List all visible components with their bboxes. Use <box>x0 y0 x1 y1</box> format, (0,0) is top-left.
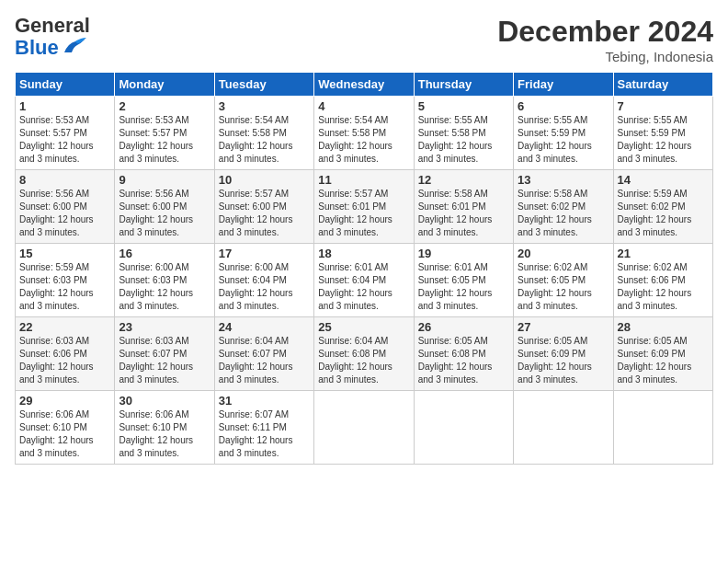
day-number: 8 <box>19 173 110 187</box>
day-number: 22 <box>19 320 110 334</box>
day-info: Sunrise: 5:57 AM Sunset: 6:01 PM Dayligh… <box>318 188 409 239</box>
calendar-body: 1Sunrise: 5:53 AM Sunset: 5:57 PM Daylig… <box>16 97 713 465</box>
day-info: Sunrise: 5:58 AM Sunset: 6:01 PM Dayligh… <box>418 188 509 239</box>
col-header-wednesday: Wednesday <box>314 73 414 97</box>
calendar-table: SundayMondayTuesdayWednesdayThursdayFrid… <box>15 72 713 465</box>
day-number: 4 <box>318 99 409 113</box>
day-cell: 17Sunrise: 6:00 AM Sunset: 6:04 PM Dayli… <box>214 244 313 317</box>
day-cell: 27Sunrise: 6:05 AM Sunset: 6:09 PM Dayli… <box>514 317 613 391</box>
day-cell: 4Sunrise: 5:54 AM Sunset: 5:58 PM Daylig… <box>314 97 414 170</box>
logo: General Blue <box>15 15 90 59</box>
day-info: Sunrise: 6:07 AM Sunset: 6:11 PM Dayligh… <box>219 408 310 460</box>
day-number: 6 <box>518 99 609 113</box>
day-info: Sunrise: 6:04 AM Sunset: 6:07 PM Dayligh… <box>219 335 310 386</box>
day-cell: 8Sunrise: 5:56 AM Sunset: 6:00 PM Daylig… <box>16 170 115 244</box>
day-number: 31 <box>219 394 310 408</box>
day-cell: 10Sunrise: 5:57 AM Sunset: 6:00 PM Dayli… <box>214 170 313 244</box>
day-number: 25 <box>318 320 409 334</box>
day-info: Sunrise: 5:59 AM Sunset: 6:02 PM Dayligh… <box>618 188 709 239</box>
title-area: December 2024 Tebing, Indonesia <box>497 15 713 64</box>
day-cell: 15Sunrise: 5:59 AM Sunset: 6:03 PM Dayli… <box>16 244 115 317</box>
day-cell <box>514 391 613 465</box>
day-cell: 31Sunrise: 6:07 AM Sunset: 6:11 PM Dayli… <box>214 391 313 465</box>
day-cell: 24Sunrise: 6:04 AM Sunset: 6:07 PM Dayli… <box>214 317 313 391</box>
day-number: 29 <box>19 394 110 408</box>
day-number: 1 <box>19 99 110 113</box>
day-number: 18 <box>318 247 409 260</box>
day-cell: 11Sunrise: 5:57 AM Sunset: 6:01 PM Dayli… <box>314 170 414 244</box>
day-cell: 26Sunrise: 6:05 AM Sunset: 6:08 PM Dayli… <box>414 317 513 391</box>
day-info: Sunrise: 5:57 AM Sunset: 6:00 PM Dayligh… <box>219 188 310 239</box>
col-header-monday: Monday <box>115 73 214 97</box>
day-info: Sunrise: 5:53 AM Sunset: 5:57 PM Dayligh… <box>19 114 110 166</box>
day-number: 9 <box>119 173 210 187</box>
day-info: Sunrise: 6:00 AM Sunset: 6:03 PM Dayligh… <box>119 261 210 313</box>
day-number: 2 <box>119 99 210 113</box>
day-info: Sunrise: 6:00 AM Sunset: 6:04 PM Dayligh… <box>219 261 310 313</box>
day-info: Sunrise: 5:53 AM Sunset: 5:57 PM Dayligh… <box>119 114 210 166</box>
day-number: 12 <box>418 173 509 187</box>
day-info: Sunrise: 5:55 AM Sunset: 5:58 PM Dayligh… <box>418 114 509 166</box>
header: General Blue December 2024 Tebing, Indon… <box>15 15 713 64</box>
header-row: SundayMondayTuesdayWednesdayThursdayFrid… <box>16 73 713 97</box>
day-cell: 19Sunrise: 6:01 AM Sunset: 6:05 PM Dayli… <box>414 244 513 317</box>
logo-text-general: General <box>15 15 90 37</box>
day-cell: 12Sunrise: 5:58 AM Sunset: 6:01 PM Dayli… <box>414 170 513 244</box>
day-number: 27 <box>518 320 609 334</box>
day-number: 5 <box>418 99 509 113</box>
day-cell: 14Sunrise: 5:59 AM Sunset: 6:02 PM Dayli… <box>613 170 712 244</box>
day-cell: 22Sunrise: 6:03 AM Sunset: 6:06 PM Dayli… <box>16 317 115 391</box>
day-number: 26 <box>418 320 509 334</box>
day-info: Sunrise: 6:05 AM Sunset: 6:09 PM Dayligh… <box>618 335 709 386</box>
day-cell <box>414 391 513 465</box>
col-header-sunday: Sunday <box>16 73 115 97</box>
day-number: 28 <box>618 320 709 334</box>
logo-bird-icon <box>61 36 86 56</box>
day-info: Sunrise: 6:04 AM Sunset: 6:08 PM Dayligh… <box>318 335 409 386</box>
day-cell: 29Sunrise: 6:06 AM Sunset: 6:10 PM Dayli… <box>16 391 115 465</box>
day-number: 17 <box>219 247 310 260</box>
day-info: Sunrise: 6:01 AM Sunset: 6:04 PM Dayligh… <box>318 261 409 313</box>
col-header-friday: Friday <box>514 73 613 97</box>
day-cell: 23Sunrise: 6:03 AM Sunset: 6:07 PM Dayli… <box>115 317 214 391</box>
day-number: 30 <box>119 394 210 408</box>
day-number: 13 <box>518 173 609 187</box>
day-cell: 16Sunrise: 6:00 AM Sunset: 6:03 PM Dayli… <box>115 244 214 317</box>
day-number: 24 <box>219 320 310 334</box>
day-cell: 6Sunrise: 5:55 AM Sunset: 5:59 PM Daylig… <box>514 97 613 170</box>
day-cell: 28Sunrise: 6:05 AM Sunset: 6:09 PM Dayli… <box>613 317 712 391</box>
day-info: Sunrise: 6:02 AM Sunset: 6:05 PM Dayligh… <box>518 261 609 313</box>
day-number: 19 <box>418 247 509 260</box>
day-number: 7 <box>618 99 709 113</box>
day-cell: 3Sunrise: 5:54 AM Sunset: 5:58 PM Daylig… <box>214 97 313 170</box>
day-cell: 7Sunrise: 5:55 AM Sunset: 5:59 PM Daylig… <box>613 97 712 170</box>
week-row-5: 29Sunrise: 6:06 AM Sunset: 6:10 PM Dayli… <box>16 391 713 465</box>
day-number: 15 <box>19 247 110 260</box>
location: Tebing, Indonesia <box>497 49 713 64</box>
day-info: Sunrise: 5:55 AM Sunset: 5:59 PM Dayligh… <box>518 114 609 166</box>
day-info: Sunrise: 6:06 AM Sunset: 6:10 PM Dayligh… <box>119 408 210 460</box>
day-info: Sunrise: 6:02 AM Sunset: 6:06 PM Dayligh… <box>618 261 709 313</box>
day-info: Sunrise: 6:06 AM Sunset: 6:10 PM Dayligh… <box>19 408 110 460</box>
day-info: Sunrise: 5:54 AM Sunset: 5:58 PM Dayligh… <box>318 114 409 166</box>
day-number: 23 <box>119 320 210 334</box>
week-row-3: 15Sunrise: 5:59 AM Sunset: 6:03 PM Dayli… <box>16 244 713 317</box>
day-info: Sunrise: 5:55 AM Sunset: 5:59 PM Dayligh… <box>618 114 709 166</box>
day-number: 20 <box>518 247 609 260</box>
col-header-thursday: Thursday <box>414 73 513 97</box>
day-info: Sunrise: 6:01 AM Sunset: 6:05 PM Dayligh… <box>418 261 509 313</box>
day-number: 16 <box>119 247 210 260</box>
day-info: Sunrise: 6:05 AM Sunset: 6:09 PM Dayligh… <box>518 335 609 386</box>
week-row-2: 8Sunrise: 5:56 AM Sunset: 6:00 PM Daylig… <box>16 170 713 244</box>
calendar-header: SundayMondayTuesdayWednesdayThursdayFrid… <box>16 73 713 97</box>
month-title: December 2024 <box>497 15 713 49</box>
day-info: Sunrise: 5:59 AM Sunset: 6:03 PM Dayligh… <box>19 261 110 313</box>
logo-text-blue: Blue <box>15 37 59 59</box>
day-number: 14 <box>618 173 709 187</box>
col-header-tuesday: Tuesday <box>214 73 313 97</box>
day-cell: 9Sunrise: 5:56 AM Sunset: 6:00 PM Daylig… <box>115 170 214 244</box>
day-info: Sunrise: 5:56 AM Sunset: 6:00 PM Dayligh… <box>19 188 110 239</box>
day-number: 10 <box>219 173 310 187</box>
day-cell: 13Sunrise: 5:58 AM Sunset: 6:02 PM Dayli… <box>514 170 613 244</box>
day-cell <box>314 391 414 465</box>
